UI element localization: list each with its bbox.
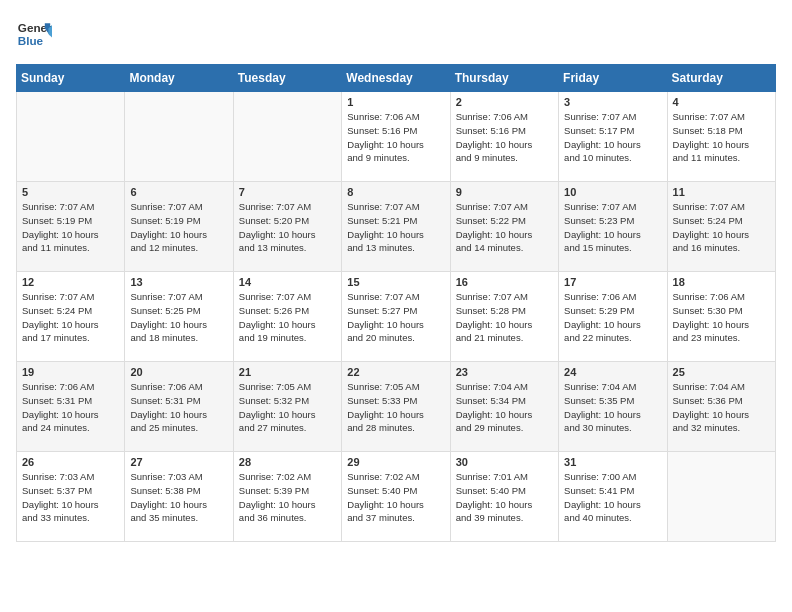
calendar-week-4: 19Sunrise: 7:06 AM Sunset: 5:31 PM Dayli… [17,362,776,452]
day-number: 1 [347,96,444,108]
day-number: 22 [347,366,444,378]
day-number: 21 [239,366,336,378]
calendar-cell: 28Sunrise: 7:02 AM Sunset: 5:39 PM Dayli… [233,452,341,542]
calendar-header: SundayMondayTuesdayWednesdayThursdayFrid… [17,65,776,92]
calendar-cell: 2Sunrise: 7:06 AM Sunset: 5:16 PM Daylig… [450,92,558,182]
page-header: General Blue [16,16,776,52]
calendar-cell: 14Sunrise: 7:07 AM Sunset: 5:26 PM Dayli… [233,272,341,362]
day-info: Sunrise: 7:01 AM Sunset: 5:40 PM Dayligh… [456,470,553,525]
day-info: Sunrise: 7:06 AM Sunset: 5:29 PM Dayligh… [564,290,661,345]
calendar-cell: 17Sunrise: 7:06 AM Sunset: 5:29 PM Dayli… [559,272,667,362]
day-info: Sunrise: 7:07 AM Sunset: 5:22 PM Dayligh… [456,200,553,255]
day-info: Sunrise: 7:07 AM Sunset: 5:26 PM Dayligh… [239,290,336,345]
calendar-cell: 7Sunrise: 7:07 AM Sunset: 5:20 PM Daylig… [233,182,341,272]
calendar-cell: 20Sunrise: 7:06 AM Sunset: 5:31 PM Dayli… [125,362,233,452]
calendar-cell: 27Sunrise: 7:03 AM Sunset: 5:38 PM Dayli… [125,452,233,542]
calendar-cell: 26Sunrise: 7:03 AM Sunset: 5:37 PM Dayli… [17,452,125,542]
calendar-cell: 22Sunrise: 7:05 AM Sunset: 5:33 PM Dayli… [342,362,450,452]
day-info: Sunrise: 7:02 AM Sunset: 5:39 PM Dayligh… [239,470,336,525]
calendar-cell: 4Sunrise: 7:07 AM Sunset: 5:18 PM Daylig… [667,92,775,182]
logo: General Blue [16,16,52,52]
day-number: 11 [673,186,770,198]
calendar-cell: 10Sunrise: 7:07 AM Sunset: 5:23 PM Dayli… [559,182,667,272]
calendar-cell: 24Sunrise: 7:04 AM Sunset: 5:35 PM Dayli… [559,362,667,452]
calendar-cell: 29Sunrise: 7:02 AM Sunset: 5:40 PM Dayli… [342,452,450,542]
day-info: Sunrise: 7:03 AM Sunset: 5:38 PM Dayligh… [130,470,227,525]
calendar-cell: 9Sunrise: 7:07 AM Sunset: 5:22 PM Daylig… [450,182,558,272]
calendar-cell: 19Sunrise: 7:06 AM Sunset: 5:31 PM Dayli… [17,362,125,452]
day-info: Sunrise: 7:07 AM Sunset: 5:18 PM Dayligh… [673,110,770,165]
day-number: 23 [456,366,553,378]
day-info: Sunrise: 7:04 AM Sunset: 5:36 PM Dayligh… [673,380,770,435]
calendar-cell: 5Sunrise: 7:07 AM Sunset: 5:19 PM Daylig… [17,182,125,272]
calendar-cell: 18Sunrise: 7:06 AM Sunset: 5:30 PM Dayli… [667,272,775,362]
weekday-header-friday: Friday [559,65,667,92]
day-info: Sunrise: 7:07 AM Sunset: 5:19 PM Dayligh… [22,200,119,255]
day-info: Sunrise: 7:04 AM Sunset: 5:35 PM Dayligh… [564,380,661,435]
day-number: 9 [456,186,553,198]
calendar-week-1: 1Sunrise: 7:06 AM Sunset: 5:16 PM Daylig… [17,92,776,182]
day-number: 29 [347,456,444,468]
day-number: 20 [130,366,227,378]
calendar-week-5: 26Sunrise: 7:03 AM Sunset: 5:37 PM Dayli… [17,452,776,542]
day-info: Sunrise: 7:03 AM Sunset: 5:37 PM Dayligh… [22,470,119,525]
day-number: 30 [456,456,553,468]
weekday-header-tuesday: Tuesday [233,65,341,92]
calendar-cell: 15Sunrise: 7:07 AM Sunset: 5:27 PM Dayli… [342,272,450,362]
day-number: 8 [347,186,444,198]
day-info: Sunrise: 7:06 AM Sunset: 5:30 PM Dayligh… [673,290,770,345]
day-number: 13 [130,276,227,288]
weekday-header-sunday: Sunday [17,65,125,92]
logo-icon: General Blue [16,16,52,52]
day-info: Sunrise: 7:06 AM Sunset: 5:31 PM Dayligh… [22,380,119,435]
calendar-cell [125,92,233,182]
calendar-cell: 6Sunrise: 7:07 AM Sunset: 5:19 PM Daylig… [125,182,233,272]
day-number: 16 [456,276,553,288]
day-info: Sunrise: 7:00 AM Sunset: 5:41 PM Dayligh… [564,470,661,525]
weekday-header-wednesday: Wednesday [342,65,450,92]
calendar-cell: 1Sunrise: 7:06 AM Sunset: 5:16 PM Daylig… [342,92,450,182]
day-info: Sunrise: 7:05 AM Sunset: 5:33 PM Dayligh… [347,380,444,435]
weekday-header-thursday: Thursday [450,65,558,92]
calendar-cell: 21Sunrise: 7:05 AM Sunset: 5:32 PM Dayli… [233,362,341,452]
day-number: 27 [130,456,227,468]
day-info: Sunrise: 7:07 AM Sunset: 5:21 PM Dayligh… [347,200,444,255]
day-number: 24 [564,366,661,378]
calendar-cell: 3Sunrise: 7:07 AM Sunset: 5:17 PM Daylig… [559,92,667,182]
day-number: 28 [239,456,336,468]
day-number: 2 [456,96,553,108]
calendar-cell: 31Sunrise: 7:00 AM Sunset: 5:41 PM Dayli… [559,452,667,542]
day-info: Sunrise: 7:02 AM Sunset: 5:40 PM Dayligh… [347,470,444,525]
day-number: 7 [239,186,336,198]
day-number: 26 [22,456,119,468]
day-number: 3 [564,96,661,108]
day-number: 17 [564,276,661,288]
calendar-cell [17,92,125,182]
calendar-cell: 23Sunrise: 7:04 AM Sunset: 5:34 PM Dayli… [450,362,558,452]
day-info: Sunrise: 7:06 AM Sunset: 5:31 PM Dayligh… [130,380,227,435]
calendar-week-3: 12Sunrise: 7:07 AM Sunset: 5:24 PM Dayli… [17,272,776,362]
calendar-cell: 16Sunrise: 7:07 AM Sunset: 5:28 PM Dayli… [450,272,558,362]
day-info: Sunrise: 7:07 AM Sunset: 5:28 PM Dayligh… [456,290,553,345]
day-info: Sunrise: 7:07 AM Sunset: 5:20 PM Dayligh… [239,200,336,255]
day-number: 6 [130,186,227,198]
weekday-header-monday: Monday [125,65,233,92]
day-number: 15 [347,276,444,288]
day-info: Sunrise: 7:05 AM Sunset: 5:32 PM Dayligh… [239,380,336,435]
calendar-cell: 25Sunrise: 7:04 AM Sunset: 5:36 PM Dayli… [667,362,775,452]
calendar-week-2: 5Sunrise: 7:07 AM Sunset: 5:19 PM Daylig… [17,182,776,272]
day-number: 18 [673,276,770,288]
calendar-cell [667,452,775,542]
day-info: Sunrise: 7:07 AM Sunset: 5:19 PM Dayligh… [130,200,227,255]
day-number: 14 [239,276,336,288]
day-number: 12 [22,276,119,288]
calendar-cell: 8Sunrise: 7:07 AM Sunset: 5:21 PM Daylig… [342,182,450,272]
day-number: 25 [673,366,770,378]
day-info: Sunrise: 7:07 AM Sunset: 5:17 PM Dayligh… [564,110,661,165]
day-info: Sunrise: 7:07 AM Sunset: 5:24 PM Dayligh… [22,290,119,345]
day-number: 31 [564,456,661,468]
day-number: 10 [564,186,661,198]
calendar-cell: 12Sunrise: 7:07 AM Sunset: 5:24 PM Dayli… [17,272,125,362]
day-info: Sunrise: 7:06 AM Sunset: 5:16 PM Dayligh… [347,110,444,165]
day-info: Sunrise: 7:06 AM Sunset: 5:16 PM Dayligh… [456,110,553,165]
